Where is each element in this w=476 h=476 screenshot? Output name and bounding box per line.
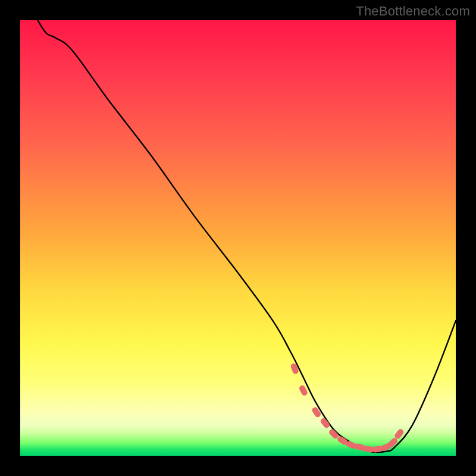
- bottleneck-curve-path: [37, 20, 456, 452]
- highlight-dot: [290, 362, 299, 374]
- highlight-markers: [290, 362, 405, 453]
- chart-svg: [20, 20, 456, 456]
- highlight-dot: [311, 406, 322, 419]
- watermark-text: TheBottleneck.com: [356, 4, 470, 19]
- chart-frame: TheBottleneck.com: [0, 0, 476, 476]
